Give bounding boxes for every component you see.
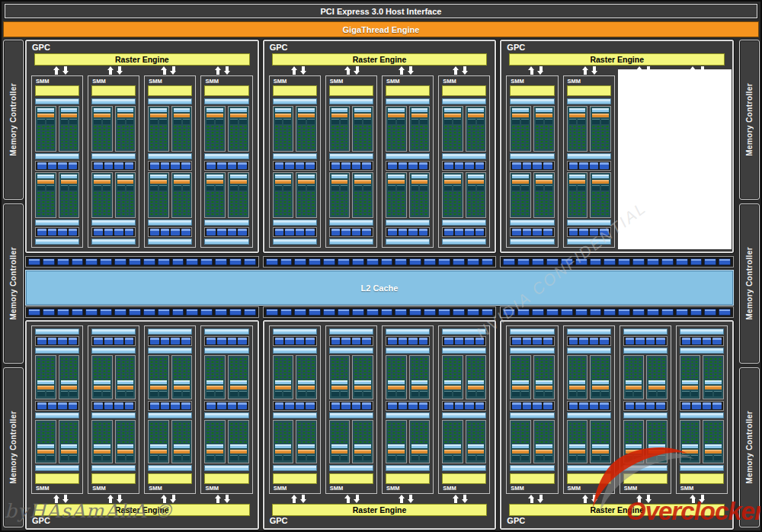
register-segment xyxy=(174,185,181,191)
cuda-core-cell xyxy=(244,135,247,136)
register-segment xyxy=(126,391,134,396)
cuda-core-cell xyxy=(174,138,177,139)
core-grid xyxy=(444,357,461,380)
cuda-core-cell xyxy=(601,132,604,133)
core-grid xyxy=(592,191,609,216)
cuda-core-cell xyxy=(597,435,600,437)
cuda-core-cell xyxy=(512,144,515,146)
cuda-core-cell xyxy=(424,438,427,440)
cuda-core-cell xyxy=(411,201,415,203)
texture-unit-bar xyxy=(386,336,430,346)
cuda-core-cell xyxy=(597,210,600,212)
cuda-core-cell xyxy=(283,126,287,127)
cuda-core-cell xyxy=(545,198,548,200)
cuda-core-cell xyxy=(298,210,301,212)
cuda-core-cell xyxy=(235,135,238,136)
register-file xyxy=(411,119,428,124)
cuda-core-cell xyxy=(244,138,247,139)
register-segment xyxy=(46,455,54,460)
polymorph-engine-bar xyxy=(148,85,192,96)
cuda-core-cell xyxy=(107,135,110,136)
cuda-core-cell xyxy=(307,207,310,209)
cuda-core-cell xyxy=(207,138,210,139)
cuda-core-cell xyxy=(150,364,153,366)
register-segment xyxy=(453,455,461,460)
cuda-core-cell xyxy=(298,361,301,363)
cuda-core-cell xyxy=(183,358,186,360)
cuda-core-cell xyxy=(691,429,694,431)
cuda-core-cell xyxy=(178,132,181,133)
cuda-core-cell xyxy=(481,373,484,375)
cuda-core-cell xyxy=(303,358,306,360)
cache-bar xyxy=(623,412,668,418)
cuda-core-cell xyxy=(312,435,315,437)
texture-unit-segment xyxy=(296,229,305,236)
processing-block xyxy=(442,172,463,218)
cuda-core-cell xyxy=(512,204,515,206)
cuda-core-cell xyxy=(65,441,68,443)
register-segment xyxy=(468,119,475,124)
cuda-core-cell xyxy=(61,198,64,200)
register-segment xyxy=(275,391,283,396)
cuda-core-cell xyxy=(526,192,529,194)
processing-block xyxy=(442,355,463,399)
cuda-core-cell xyxy=(569,135,572,136)
crossbar-segment xyxy=(200,258,213,265)
cuda-core-cell xyxy=(307,358,310,360)
up-arrow-icon xyxy=(344,66,351,75)
cuda-core-cell xyxy=(94,435,97,437)
cuda-core-cell xyxy=(122,141,125,143)
cuda-core-cell xyxy=(230,198,233,200)
cache-bar xyxy=(680,412,724,418)
cuda-core-cell xyxy=(174,432,177,434)
cuda-core-cell xyxy=(211,426,214,428)
cuda-core-cell xyxy=(336,213,339,215)
cuda-core-cell xyxy=(98,195,101,197)
cuda-core-cell xyxy=(521,141,524,143)
cuda-core-cell xyxy=(174,135,177,136)
cuda-core-cell xyxy=(174,429,177,431)
cuda-core-cell xyxy=(597,207,600,209)
cuda-core-cell xyxy=(601,213,604,215)
cuda-core-cell xyxy=(578,135,581,136)
cuda-core-cell xyxy=(178,144,181,146)
texture-unit-segment xyxy=(512,229,521,236)
cuda-core-cell xyxy=(74,429,77,431)
dispatch-unit-bar xyxy=(388,114,405,117)
cuda-core-cell xyxy=(597,423,600,425)
cuda-core-cell xyxy=(220,438,223,440)
cuda-core-cell xyxy=(573,377,576,378)
cuda-core-cell xyxy=(178,423,181,425)
cuda-core-cell xyxy=(691,441,694,443)
cuda-core-cell xyxy=(183,144,186,146)
processing-block xyxy=(567,106,588,152)
cuda-core-cell xyxy=(719,426,722,428)
cache-bar xyxy=(329,465,373,471)
crossbar-segment xyxy=(352,309,364,316)
processing-block xyxy=(273,420,294,464)
cuda-core-cell xyxy=(363,438,367,440)
dispatch-unit-bar xyxy=(444,450,461,453)
texture-unit-segment xyxy=(465,402,474,409)
cuda-core-cell xyxy=(368,204,371,206)
core-grid xyxy=(230,125,247,149)
cuda-core-cell xyxy=(549,370,552,372)
register-segment xyxy=(536,185,543,191)
cuda-core-cell xyxy=(687,423,690,425)
cuda-core-cell xyxy=(51,435,54,437)
cuda-core-cell xyxy=(420,192,423,194)
cuda-core-cell xyxy=(298,432,301,434)
cuda-core-cell xyxy=(444,423,447,425)
cuda-core-cell xyxy=(331,210,335,212)
cuda-core-cell xyxy=(235,195,238,197)
crossbar-segment xyxy=(43,309,55,316)
cuda-core-cell xyxy=(363,192,367,194)
cuda-core-cell xyxy=(303,141,306,143)
cuda-core-cell xyxy=(178,429,181,431)
core-grid xyxy=(682,422,699,445)
cuda-core-cell xyxy=(187,201,190,203)
cuda-core-cell xyxy=(94,429,97,431)
cuda-core-cell xyxy=(51,141,54,143)
cuda-core-cell xyxy=(458,213,461,215)
register-file xyxy=(174,455,190,460)
